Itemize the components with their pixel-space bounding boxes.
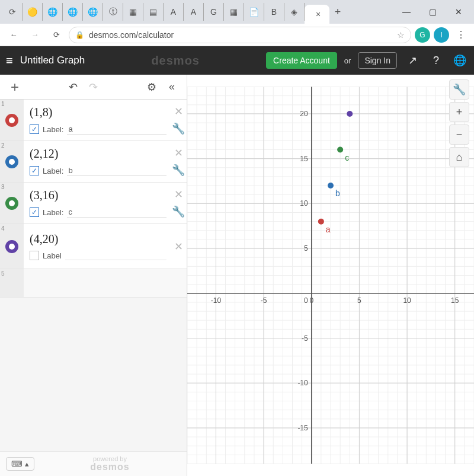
favicon-icon: ▦ <box>230 7 238 17</box>
expression-formula[interactable]: (4,20) <box>30 232 166 246</box>
x-tick-label: -5 <box>261 296 267 305</box>
delete-expression-icon[interactable]: ✕ <box>174 146 183 159</box>
color-swatch-icon[interactable] <box>5 197 18 210</box>
browser-address-bar: ← → ⟳ 🔒 desmos.com/calculator ☆ G I ⋮ <box>0 24 474 46</box>
label-checkbox[interactable]: ✓ <box>30 166 39 175</box>
caret-up-icon: ▴ <box>25 459 29 468</box>
browser-tab[interactable]: 📄 <box>244 3 264 21</box>
tab-close-icon[interactable]: × <box>316 9 321 19</box>
browser-tab[interactable]: ⓣ <box>103 3 123 21</box>
expression-row[interactable]: 4(4,20)Label✕ <box>0 224 187 269</box>
graph-settings-wrench-button[interactable]: 🔧 <box>449 79 469 100</box>
expression-list: 1(1,8)✓Label:a✕🔧2(2,12)✓Label:b✕🔧3(3,16)… <box>0 100 187 451</box>
expression-label-row: ✓Label:b <box>30 165 166 176</box>
profile-avatar[interactable]: I <box>434 27 449 43</box>
data-point[interactable] <box>318 219 324 225</box>
expression-row-empty[interactable]: 5 <box>0 269 187 298</box>
x-tick-label: 0 <box>309 296 313 305</box>
browser-tab[interactable]: 🟡 <box>23 3 43 21</box>
color-swatch-icon[interactable] <box>5 240 18 253</box>
favicon-icon: ◈ <box>291 7 297 17</box>
y-tick-label: 20 <box>300 110 308 118</box>
graph-settings-button[interactable]: ⚙ <box>142 81 162 94</box>
main-content: + ↶ ↷ ⚙ « 1(1,8)✓Label:a✕🔧2(2,12)✓Label:… <box>0 75 474 476</box>
graph-title[interactable]: Untitled Graph <box>20 55 85 66</box>
zoom-home-button[interactable]: ⌂ <box>449 147 469 167</box>
browser-tab[interactable]: A <box>164 3 184 21</box>
label-input[interactable]: b <box>67 165 166 176</box>
window-minimize-button[interactable]: — <box>393 3 419 21</box>
expression-row[interactable]: 3(3,16)✓Label:c✕🔧 <box>0 183 187 224</box>
favicon-icon: A <box>171 7 176 17</box>
window-close-button[interactable]: ✕ <box>446 3 472 21</box>
delete-expression-icon[interactable]: ✕ <box>174 240 183 253</box>
window-maximize-button[interactable]: ▢ <box>419 3 446 21</box>
label-input[interactable]: c <box>67 207 166 218</box>
browser-tab[interactable]: B <box>264 3 284 21</box>
zoom-out-button[interactable]: − <box>449 124 469 145</box>
nav-forward-button[interactable]: → <box>26 26 44 44</box>
window-controls: — ▢ ✕ <box>393 3 472 21</box>
expression-row[interactable]: 2(2,12)✓Label:b✕🔧 <box>0 141 187 183</box>
browser-tab[interactable]: 🌐 <box>63 3 83 21</box>
nav-back-button[interactable]: ← <box>5 26 23 44</box>
help-icon[interactable]: ? <box>428 55 444 67</box>
label-checkbox[interactable]: ✓ <box>30 207 39 217</box>
data-point[interactable] <box>328 183 334 189</box>
create-account-button[interactable]: Create Account <box>266 52 337 69</box>
data-point[interactable] <box>347 111 353 117</box>
expression-formula[interactable]: (1,8) <box>30 106 166 119</box>
expression-index: 1 <box>1 101 5 107</box>
favicon-icon: ⟳ <box>9 7 16 17</box>
extension-grammarly[interactable]: G <box>415 27 430 43</box>
browser-tab[interactable]: 🌐 <box>43 3 63 21</box>
browser-titlebar: ⟳🟡🌐🌐🌐ⓣ▦▤AAG▦📄B◈×+ — ▢ ✕ <box>0 0 474 24</box>
expression-options-icon[interactable]: 🔧 <box>172 122 185 135</box>
label-checkbox[interactable]: ✓ <box>30 124 39 134</box>
label-input[interactable] <box>65 251 166 260</box>
browser-tab[interactable]: 🌐 <box>83 3 103 21</box>
browser-tabstrip: ⟳🟡🌐🌐🌐ⓣ▦▤AAG▦📄B◈×+ <box>2 0 346 24</box>
expression-options-icon[interactable]: 🔧 <box>172 205 185 218</box>
share-icon[interactable]: ↗ <box>404 54 421 67</box>
expression-index: 5 <box>1 270 5 277</box>
x-tick-label: 15 <box>451 296 459 305</box>
expression-row[interactable]: 1(1,8)✓Label:a✕🔧 <box>0 100 187 141</box>
browser-tab[interactable]: ◈ <box>284 3 305 21</box>
delete-expression-icon[interactable]: ✕ <box>174 188 183 201</box>
browser-tab[interactable]: A <box>184 3 204 21</box>
favicon-icon: G <box>210 7 217 17</box>
label-input[interactable]: a <box>67 124 166 135</box>
sign-in-button[interactable]: Sign In <box>358 52 397 69</box>
nav-reload-button[interactable]: ⟳ <box>47 26 65 44</box>
delete-expression-icon[interactable]: ✕ <box>174 105 183 118</box>
new-tab-button[interactable]: + <box>329 4 346 20</box>
bookmark-star-icon[interactable]: ☆ <box>397 30 405 40</box>
graph-canvas[interactable]: -10-5051015-15-10-551015200abc 🔧 + − ⌂ <box>187 75 474 476</box>
label-word: Label: <box>43 167 63 175</box>
browser-menu-button[interactable]: ⋮ <box>453 29 469 40</box>
label-checkbox[interactable] <box>30 251 39 260</box>
redo-button[interactable]: ↷ <box>84 81 104 94</box>
browser-tab[interactable]: G <box>204 3 224 21</box>
favicon-icon: A <box>191 7 196 17</box>
browser-tab-active[interactable]: × <box>305 5 329 24</box>
add-expression-button[interactable]: + <box>5 79 25 95</box>
expression-formula[interactable]: (2,12) <box>30 147 166 161</box>
browser-tab[interactable]: ⟳ <box>2 3 23 21</box>
color-swatch-icon[interactable] <box>5 155 18 168</box>
undo-button[interactable]: ↶ <box>63 81 84 94</box>
collapse-sidebar-button[interactable]: « <box>162 81 182 93</box>
language-icon[interactable]: 🌐 <box>451 54 468 67</box>
browser-tab[interactable]: ▤ <box>143 3 164 21</box>
color-swatch-icon[interactable] <box>5 114 18 127</box>
expression-options-icon[interactable]: 🔧 <box>172 164 185 177</box>
expression-formula[interactable]: (3,16) <box>30 189 166 202</box>
browser-tab[interactable]: ▦ <box>224 3 244 21</box>
browser-tab[interactable]: ▦ <box>123 3 143 21</box>
keyboard-toggle-button[interactable]: ⌨ ▴ <box>6 457 34 471</box>
hamburger-menu-button[interactable]: ≡ <box>6 54 13 68</box>
data-point[interactable] <box>337 147 343 153</box>
zoom-in-button[interactable]: + <box>449 102 469 122</box>
address-omnibox[interactable]: 🔒 desmos.com/calculator ☆ <box>69 27 411 43</box>
